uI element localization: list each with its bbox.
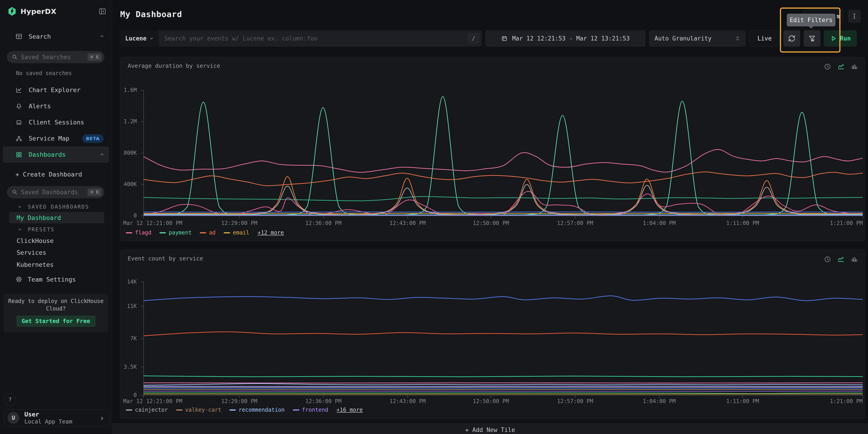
legend-item-payment[interactable]: payment — [159, 230, 192, 236]
sidebar-collapse-icon[interactable] — [98, 7, 106, 15]
legend-item-flagd[interactable]: flagd — [126, 230, 151, 236]
legend-item-cainjector[interactable]: cainjector — [126, 407, 168, 413]
tile-toolbar — [824, 256, 858, 263]
slash-shortcut-badge: / — [468, 34, 479, 43]
legend-more-link[interactable]: +16 more — [336, 407, 363, 413]
time-range-value: Mar 12 12:21:53 - Mar 12 13:21:53 — [512, 35, 630, 42]
section-label: SAVED DASHBOARDS — [28, 204, 89, 210]
time-settings-icon[interactable] — [824, 63, 831, 70]
sidebar-item-label: Chart Explorer — [29, 87, 81, 94]
hyperdx-logo-icon — [8, 7, 17, 16]
dashboard-controls: Lucene Search your events w/ Lucene ex. … — [120, 30, 857, 46]
x-axis-label: 1:21:00 PM — [830, 398, 863, 404]
sidebar-item-client-sessions[interactable]: Client Sessions — [0, 114, 112, 130]
legend-label: email — [233, 230, 249, 236]
add-new-tile-button[interactable]: + Add New Tile — [112, 424, 868, 434]
saved-dashboards-input[interactable]: Saved Dashboards ⌘ K — [7, 186, 104, 198]
preset-link-label: ClickHouse — [17, 237, 54, 244]
sidebar-item-label: Alerts — [29, 103, 51, 110]
sidebar-item-service-map[interactable]: Service Map BETA — [0, 130, 112, 146]
chevron-up-icon[interactable] — [99, 152, 105, 158]
service-map-icon — [16, 135, 22, 142]
event-search-bar[interactable]: Lucene Search your events w/ Lucene ex. … — [120, 30, 482, 46]
saved-searches-input[interactable]: Saved Searches ⌘ K — [7, 51, 104, 63]
legend-label: recommendation — [239, 407, 284, 413]
tile-toolbar — [824, 63, 858, 70]
saved-dashboards-section[interactable]: SAVED DASHBOARDS — [17, 204, 89, 210]
chevron-down-icon — [17, 227, 22, 232]
series-unnamed-green2 — [144, 393, 863, 394]
x-axis-label: 1:21:00 PM — [830, 220, 863, 226]
line-chart-icon[interactable] — [837, 256, 844, 263]
legend-item-frontend[interactable]: frontend — [293, 407, 329, 413]
chart-plot[interactable] — [139, 282, 863, 399]
y-axis-label: 1.2M — [120, 118, 137, 125]
run-button[interactable]: Run — [824, 30, 857, 46]
saved-searches-placeholder: Saved Searches — [21, 54, 88, 61]
series-unnamed-orange-spikes — [144, 177, 863, 215]
series-frontend — [144, 386, 863, 387]
run-label: Run — [840, 35, 851, 42]
section-label: PRESETS — [28, 227, 55, 232]
series-unnamed-orange — [144, 332, 863, 336]
sidebar-item-chart-explorer[interactable]: Chart Explorer — [0, 82, 112, 98]
y-axis-label: 1.6M — [120, 87, 137, 93]
bar-chart-icon[interactable] — [851, 256, 858, 263]
line-chart-icon[interactable] — [837, 63, 844, 70]
x-axis-label: 12:29:00 PM — [221, 220, 257, 226]
y-axis-label: 0 — [120, 392, 137, 398]
question-mark-icon: ? — [8, 396, 11, 403]
cloud-card-text-line1: Ready to deploy on ClickHouse — [4, 298, 108, 305]
user-team: Local App Team — [24, 418, 72, 425]
legend-item-valkey-cart[interactable]: valkey-cart — [176, 407, 221, 413]
legend-item-email[interactable]: email — [224, 230, 249, 236]
preset-link-label: Kubernetes — [17, 261, 54, 268]
query-language-value: Lucene — [125, 35, 147, 42]
sidebar-nav: Chart Explorer Alerts Client Sessions Se… — [0, 82, 112, 163]
bar-chart-icon[interactable] — [851, 63, 858, 70]
sidebar-item-team-settings[interactable]: Team Settings — [16, 274, 76, 285]
create-dashboard-button[interactable]: + Create Dashboard — [16, 166, 82, 182]
y-axis-label: 7K — [120, 335, 137, 342]
legend-more-link[interactable]: +12 more — [258, 230, 284, 236]
sidebar-item-my-dashboard[interactable]: My Dashboard — [9, 212, 104, 223]
granularity-select[interactable]: Auto Granularity — [649, 30, 746, 46]
query-language-select[interactable]: Lucene — [120, 30, 159, 46]
chart-plot[interactable] — [139, 90, 863, 220]
dashboard-menu-button[interactable] — [848, 9, 861, 23]
sidebar-item-clickhouse[interactable]: ClickHouse — [9, 235, 104, 246]
live-button[interactable]: Live — [749, 30, 780, 46]
search-icon — [12, 189, 18, 195]
legend-item-ad[interactable]: ad — [200, 230, 216, 236]
legend-swatch — [229, 409, 236, 410]
page-title: My Dashboard — [120, 9, 182, 19]
logo-row: HyperDX — [8, 6, 106, 17]
x-axis-label: 12:29:00 PM — [221, 398, 257, 404]
sidebar-item-search[interactable]: Search — [16, 31, 105, 42]
sidebar-item-alerts[interactable]: Alerts — [0, 98, 112, 114]
presets-section[interactable]: PRESETS — [17, 227, 55, 232]
sidebar-item-kubernetes[interactable]: Kubernetes — [9, 259, 104, 270]
help-button[interactable]: ? — [4, 393, 16, 406]
y-axis-label: 800K — [120, 150, 137, 156]
chevron-down-icon — [17, 204, 22, 209]
saved-dashboards-placeholder: Saved Dashboards — [21, 189, 88, 196]
get-started-button[interactable]: Get Started for Free — [17, 315, 96, 327]
sidebar-item-services[interactable]: Services — [9, 247, 104, 258]
legend-label: payment — [168, 230, 192, 236]
time-settings-icon[interactable] — [824, 256, 831, 263]
x-axis-label: 12:50:00 PM — [473, 220, 509, 226]
time-range-picker[interactable]: Mar 12 12:21:53 - Mar 12 13:21:53 — [485, 30, 646, 46]
sidebar-item-dashboards[interactable]: Dashboards — [3, 146, 109, 163]
chevron-up-icon[interactable] — [99, 33, 105, 39]
sidebar: HyperDX Search Saved Searches ⌘ K No sav… — [0, 0, 112, 434]
x-axis-label: 1:11:00 PM — [726, 398, 759, 404]
y-axis-label: 11K — [120, 303, 137, 309]
legend-item-recommendation[interactable]: recommendation — [229, 407, 284, 413]
granularity-value: Auto Granularity — [654, 35, 711, 42]
user-menu[interactable]: U User Local App Team › — [4, 409, 110, 426]
refresh-button[interactable] — [783, 30, 800, 46]
x-axis-label: Mar 12 12:21:00 PM — [123, 398, 182, 404]
edit-filters-button[interactable] — [804, 30, 820, 46]
sidebar-item-label: Client Sessions — [29, 119, 84, 126]
